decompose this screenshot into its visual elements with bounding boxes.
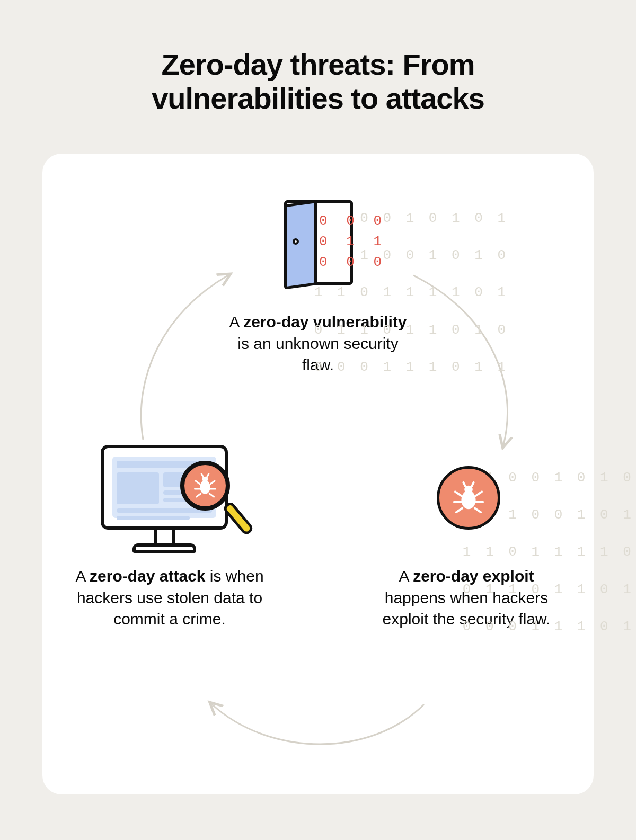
- magnifier-icon: [180, 461, 230, 511]
- monitor-base: [132, 543, 196, 553]
- bug-icon: [452, 481, 485, 514]
- title-line-1: Zero-day threats: From: [162, 48, 475, 81]
- bug-circle-icon: [437, 466, 500, 530]
- door-knob-icon: [293, 238, 299, 245]
- attack-description: A zero-day attack is when hackers use st…: [74, 566, 265, 630]
- node-attack: A zero-day attack is when hackers use st…: [74, 440, 265, 630]
- node-vulnerability: 0 1 0 0 1 0 1 0 1 1 0 1 0 0 1 0 1 0 1 1 …: [223, 185, 413, 376]
- page-title: Zero-day threats: From vulnerabilities t…: [0, 0, 636, 116]
- title-line-2: vulnerabilities to attacks: [152, 82, 484, 115]
- vulnerability-description: A zero-day vulnerability is an unknown s…: [223, 311, 413, 376]
- svg-point-2: [200, 480, 210, 494]
- node-exploit: 0 1 0 0 1 0 1 0 1 1 0 1 0 0 1 0 1 0 1 1 …: [371, 440, 562, 630]
- magnifier-glass: [180, 461, 230, 511]
- exploit-illustration: 0 1 0 0 1 0 1 0 1 1 0 1 0 0 1 0 1 0 1 1 …: [371, 440, 562, 556]
- bug-icon: [192, 473, 218, 498]
- exploit-description: A zero-day exploit happens when hackers …: [371, 566, 562, 630]
- binary-red-overlay: 0 0 0 0 1 1 0 0 0: [319, 211, 387, 273]
- attack-illustration: [74, 440, 265, 556]
- vulnerability-illustration: 0 1 0 0 1 0 1 0 1 1 0 1 0 0 1 0 1 0 1 1 …: [223, 185, 413, 302]
- diagram-card: 0 1 0 0 1 0 1 0 1 1 0 1 0 0 1 0 1 0 1 1 …: [42, 154, 594, 794]
- door-open-icon: [284, 200, 317, 290]
